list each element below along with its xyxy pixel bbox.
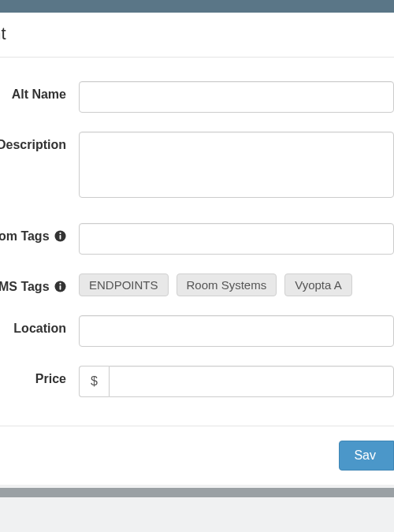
modal-body: Alt Name Description om Tags — [0, 58, 394, 426]
custom-tags-label-text: om Tags — [0, 229, 50, 243]
description-textarea[interactable] — [79, 132, 394, 198]
custom-tags-control — [79, 223, 394, 255]
tms-tag[interactable]: Room Systems — [177, 273, 277, 296]
price-label: Price — [0, 366, 79, 386]
bottom-bar — [0, 488, 394, 497]
svg-rect-1 — [60, 235, 61, 240]
alt-name-row: Alt Name — [0, 81, 394, 113]
window-title-bar — [0, 0, 394, 13]
price-row: Price $ — [0, 366, 394, 397]
description-row: Description — [0, 132, 394, 201]
tms-tags-row: MS Tags ENDPOINTS Room Systems Vyopta A — [0, 273, 394, 296]
svg-point-2 — [59, 233, 61, 234]
custom-tags-label: om Tags — [0, 223, 79, 244]
price-input-group: $ — [79, 366, 394, 397]
modal-footer: Sav — [0, 426, 394, 485]
alt-name-control — [79, 81, 394, 113]
tms-tags-control: ENDPOINTS Room Systems Vyopta A — [79, 273, 394, 296]
currency-addon: $ — [79, 366, 109, 397]
location-row: Location — [0, 315, 394, 347]
info-icon[interactable] — [54, 230, 66, 242]
modal-header: point — [0, 13, 394, 58]
price-control: $ — [79, 366, 394, 397]
svg-point-5 — [59, 283, 61, 285]
tms-tags-list: ENDPOINTS Room Systems Vyopta A — [79, 273, 394, 296]
svg-rect-4 — [60, 285, 61, 290]
location-label: Location — [0, 315, 79, 336]
alt-name-label: Alt Name — [0, 81, 79, 102]
custom-tags-input[interactable] — [79, 223, 394, 255]
edit-endpoint-modal: point Alt Name Description om Tags — [0, 13, 394, 485]
alt-name-input[interactable] — [79, 81, 394, 113]
description-label: Description — [0, 132, 79, 152]
custom-tags-row: om Tags — [0, 223, 394, 255]
tms-tags-label: MS Tags — [0, 273, 79, 294]
description-control — [79, 132, 394, 201]
save-button[interactable]: Sav — [339, 441, 394, 471]
location-input[interactable] — [79, 315, 394, 347]
tms-tag[interactable]: Vyopta A — [284, 273, 352, 296]
tms-tag[interactable]: ENDPOINTS — [79, 273, 169, 296]
info-icon[interactable] — [54, 281, 66, 292]
price-input[interactable] — [109, 366, 394, 397]
location-control — [79, 315, 394, 347]
modal-title: point — [0, 24, 394, 44]
tms-tags-label-text: MS Tags — [0, 280, 50, 293]
